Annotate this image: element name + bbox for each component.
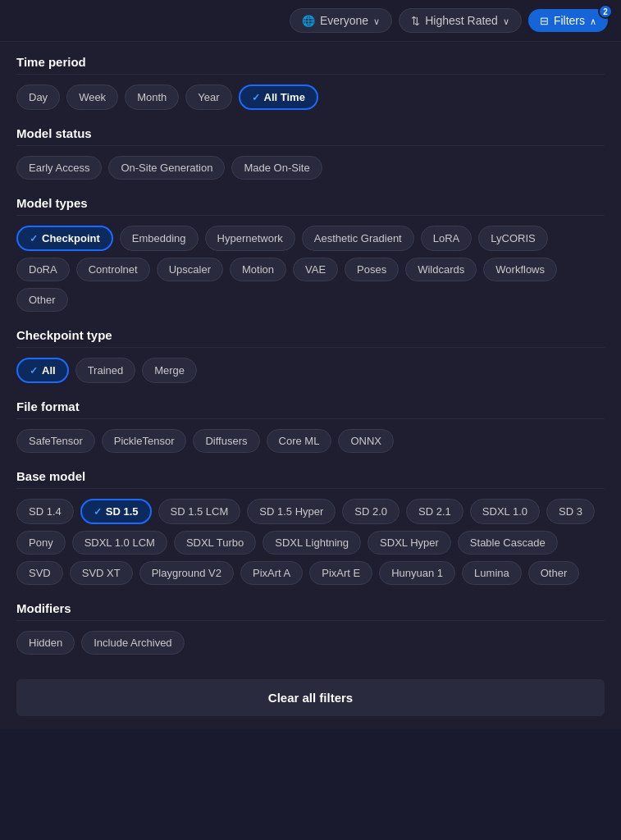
chip-label-base_model-0: SD 1.4	[29, 505, 62, 518]
filter-button[interactable]: Filters 2	[528, 9, 608, 32]
chip-base_model-14[interactable]: SVD	[16, 561, 63, 585]
chip-label-model_types-3: Aesthetic Gradient	[314, 232, 402, 244]
chip-label-model_types-6: DoRA	[29, 263, 57, 276]
chip-model_types-14[interactable]: Other	[16, 288, 68, 312]
checkpoint-type-chips: ✓AllTrainedMerge	[16, 358, 605, 383]
chip-model_status-1[interactable]: On-Site Generation	[108, 156, 225, 180]
chip-label-base_model-21: Other	[541, 567, 568, 579]
chip-base_model-11[interactable]: SDXL Lightning	[263, 531, 361, 555]
chip-base_model-9[interactable]: SDXL 1.0 LCM	[72, 531, 167, 555]
chip-model_types-13[interactable]: Workflows	[483, 258, 557, 281]
chip-file_format-1[interactable]: PickleTensor	[102, 429, 187, 453]
model-status-chips: Early AccessOn-Site GenerationMade On-Si…	[16, 156, 605, 180]
chip-label-base_model-1: SD 1.5	[106, 505, 139, 518]
chip-base_model-3[interactable]: SD 1.5 Hyper	[247, 499, 336, 524]
chip-base_model-0[interactable]: SD 1.4	[16, 499, 74, 524]
everyone-label: Everyone	[320, 14, 368, 27]
chip-base_model-12[interactable]: SDXL Hyper	[368, 531, 451, 555]
chip-label-base_model-15: SVD XT	[82, 567, 121, 579]
chip-model_types-12[interactable]: Wildcards	[405, 258, 477, 281]
filter-panel: Time period DayWeekMonthYear✓All Time Mo…	[0, 42, 621, 729]
chip-model_status-0[interactable]: Early Access	[16, 156, 102, 180]
time-period-section: Time period DayWeekMonthYear✓All Time	[16, 55, 605, 110]
chip-label-model_types-1: Embedding	[132, 232, 186, 244]
chip-time_period-1[interactable]: Week	[66, 84, 118, 110]
chip-model_types-10[interactable]: VAE	[293, 258, 338, 281]
chip-base_model-16[interactable]: Playground V2	[139, 561, 234, 585]
base-model-title: Base model	[16, 469, 605, 489]
chip-base_model-5[interactable]: SD 2.1	[406, 499, 463, 524]
filter-icon	[540, 14, 549, 27]
chip-model_types-2[interactable]: Hypernetwork	[205, 226, 295, 251]
base-model-chips: SD 1.4✓SD 1.5SD 1.5 LCMSD 1.5 HyperSD 2.…	[16, 499, 605, 585]
chip-checkpoint_type-0[interactable]: ✓All	[16, 358, 69, 383]
chip-file_format-0[interactable]: SafeTensor	[16, 429, 95, 453]
everyone-button[interactable]: Everyone	[290, 8, 392, 33]
chip-model_types-1[interactable]: Embedding	[120, 226, 199, 251]
sort-label: Highest Rated	[425, 14, 498, 27]
chip-checkpoint_type-1[interactable]: Trained	[75, 358, 136, 383]
check-icon: ✓	[94, 506, 102, 518]
chip-model_types-7[interactable]: Controlnet	[76, 258, 150, 281]
modifiers-title: Modifiers	[16, 601, 605, 621]
chip-base_model-2[interactable]: SD 1.5 LCM	[158, 499, 241, 524]
chip-label-base_model-18: PixArt E	[322, 567, 360, 579]
chip-file_format-3[interactable]: Core ML	[267, 429, 332, 453]
file-format-section: File format SafeTensorPickleTensorDiffus…	[16, 399, 605, 453]
chip-base_model-20[interactable]: Lumina	[462, 561, 522, 585]
chip-model_types-8[interactable]: Upscaler	[157, 258, 223, 281]
chevron-up-icon	[590, 14, 596, 27]
chip-label-base_model-20: Lumina	[474, 567, 509, 579]
chip-base_model-18[interactable]: PixArt E	[309, 561, 372, 585]
chip-base_model-7[interactable]: SD 3	[546, 499, 595, 524]
chip-base_model-19[interactable]: Hunyuan 1	[379, 561, 455, 585]
chip-label-time_period-3: Year	[198, 91, 219, 103]
chip-label-base_model-4: SD 2.0	[354, 505, 387, 518]
chip-base_model-17[interactable]: PixArt A	[240, 561, 303, 585]
chip-time_period-2[interactable]: Month	[125, 84, 179, 110]
chip-label-time_period-2: Month	[137, 91, 167, 103]
chip-label-base_model-19: Hunyuan 1	[391, 567, 443, 579]
file-format-chips: SafeTensorPickleTensorDiffusersCore MLON…	[16, 429, 605, 453]
chip-base_model-15[interactable]: SVD XT	[70, 561, 133, 585]
sort-button[interactable]: Highest Rated	[399, 8, 522, 33]
chip-label-base_model-13: Stable Cascade	[470, 536, 546, 549]
chip-label-model_status-0: Early Access	[29, 162, 89, 174]
chip-model_status-2[interactable]: Made On-Site	[231, 156, 322, 180]
chip-base_model-1[interactable]: ✓SD 1.5	[80, 499, 152, 524]
time-period-title: Time period	[16, 55, 605, 75]
chip-base_model-10[interactable]: SDXL Turbo	[174, 531, 256, 555]
chip-model_types-11[interactable]: Poses	[345, 258, 399, 281]
chip-file_format-2[interactable]: Diffusers	[193, 429, 259, 453]
chevron-down-icon	[373, 14, 380, 27]
clear-all-button[interactable]: Clear all filters	[16, 679, 605, 716]
chip-base_model-21[interactable]: Other	[528, 561, 580, 585]
chip-model_types-6[interactable]: DoRA	[16, 258, 70, 281]
chip-base_model-6[interactable]: SDXL 1.0	[470, 499, 540, 524]
chip-modifiers-1[interactable]: Include Archived	[81, 631, 184, 655]
chip-label-model_types-7: Controlnet	[89, 263, 138, 276]
chip-label-base_model-14: SVD	[29, 567, 51, 579]
chip-model_types-3[interactable]: Aesthetic Gradient	[302, 226, 414, 251]
time-period-chips: DayWeekMonthYear✓All Time	[16, 84, 605, 110]
chip-base_model-4[interactable]: SD 2.0	[342, 499, 400, 524]
chevron-down-icon-sort	[503, 14, 509, 27]
chip-model_types-0[interactable]: ✓Checkpoint	[16, 226, 113, 251]
chip-label-model_types-11: Poses	[357, 263, 386, 276]
chip-file_format-4[interactable]: ONNX	[338, 429, 394, 453]
chip-model_types-5[interactable]: LyCORIS	[478, 226, 547, 251]
chip-checkpoint_type-2[interactable]: Merge	[142, 358, 197, 383]
chip-base_model-13[interactable]: Stable Cascade	[458, 531, 558, 555]
chip-label-base_model-17: PixArt A	[253, 567, 290, 579]
chip-modifiers-0[interactable]: Hidden	[16, 631, 75, 655]
chip-label-model_types-8: Upscaler	[169, 263, 211, 276]
chip-model_types-4[interactable]: LoRA	[421, 226, 473, 251]
chip-model_types-9[interactable]: Motion	[230, 258, 286, 281]
chip-time_period-0[interactable]: Day	[16, 84, 60, 110]
model-types-chips: ✓CheckpointEmbeddingHypernetworkAestheti…	[16, 226, 605, 312]
chip-time_period-3[interactable]: Year	[185, 84, 231, 110]
chip-base_model-8[interactable]: Pony	[16, 531, 66, 555]
checkpoint-type-section: Checkpoint type ✓AllTrainedMerge	[16, 328, 605, 383]
chip-label-checkpoint_type-1: Trained	[88, 364, 124, 377]
chip-time_period-4[interactable]: ✓All Time	[239, 84, 318, 110]
